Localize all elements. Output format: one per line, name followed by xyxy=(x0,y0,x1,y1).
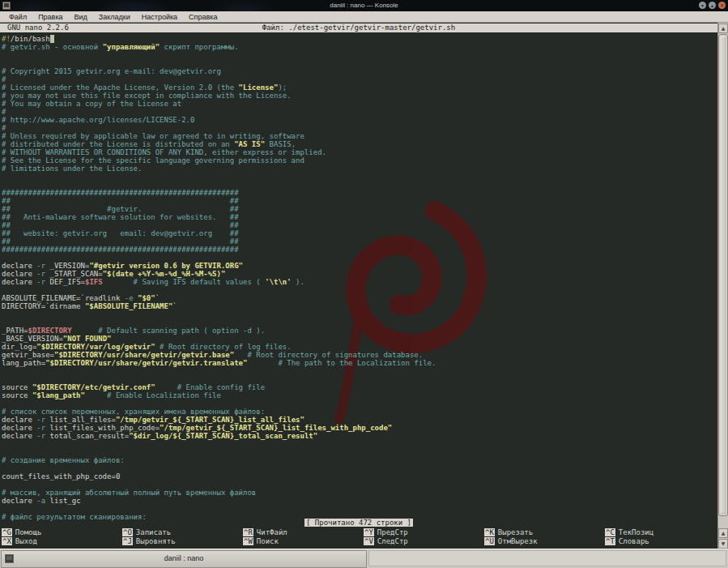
code-line xyxy=(2,375,436,383)
menu-item[interactable]: Справка xyxy=(184,13,224,21)
shortcut[interactable]: ^TСловарь xyxy=(605,537,726,546)
window-titlebar[interactable]: daniil : nano — Konsole ▾ ▴ ✕ xyxy=(0,0,728,11)
shortcut[interactable]: ^VСледСтр xyxy=(364,537,484,546)
code-line: source "$DIRECTORY/etc/getvir.conf" # En… xyxy=(2,383,436,391)
shortcut-key: ^K xyxy=(484,528,495,536)
scroll-up2-icon[interactable]: ▲ xyxy=(718,528,728,538)
code-line: declare -r list_all_files="/tmp/getvir_$… xyxy=(2,416,436,424)
shortcut-row: ^XВыход^JВыровнять^WПоиск^VСледСтр^UОтмВ… xyxy=(2,537,728,546)
code-line xyxy=(2,59,436,67)
nano-status-message: [ Прочитано 472 строки ] xyxy=(304,519,413,527)
shortcut-key: ^R xyxy=(243,528,253,536)
shortcut[interactable]: ^RЧитФайл xyxy=(243,528,364,537)
shortcut[interactable]: ^WПоиск xyxy=(243,537,364,546)
code-line: # создание временных файлов: xyxy=(2,456,436,464)
nano-titlebar: GNU nano 2.2.6 Файл: ./etest-getvir/getv… xyxy=(0,23,717,32)
shortcut-label: СледСтр xyxy=(377,537,408,545)
scrollbar[interactable]: ▲ ▲ ▼ xyxy=(717,23,728,549)
taskbar-task-button[interactable]: daniil : nano xyxy=(1,550,367,568)
code-line: ## ## xyxy=(2,221,436,229)
shortcut-label: Вырезать xyxy=(498,528,533,536)
shortcut[interactable]: ^JВыровнять xyxy=(122,537,243,546)
code-line xyxy=(2,254,436,262)
shortcut[interactable]: ^OЗаписать xyxy=(122,528,243,537)
shortcut-label: ТекПозиц xyxy=(619,528,653,536)
code-line: ## ## xyxy=(2,197,436,205)
shortcut-key: ^C xyxy=(605,528,615,536)
shortcut-key: ^O xyxy=(122,528,133,536)
menu-item[interactable]: Правка xyxy=(33,13,69,21)
shortcut-label: Помощь xyxy=(15,528,42,536)
code-line: # limitations under the License. xyxy=(2,164,436,173)
code-line: declare -r DEF_IFS=$IFS # Saving IFS def… xyxy=(2,278,436,286)
shortcut-label: ПредСтр xyxy=(377,528,408,536)
code-line: declare -a list_gc xyxy=(2,497,436,505)
scroll-up-icon[interactable]: ▲ xyxy=(718,23,728,33)
code-line: getvir_base="$DIRECTORY/usr/share/getvir… xyxy=(2,351,436,359)
code-line: declare -r total_scan_result="$dir_log/$… xyxy=(2,432,436,440)
scroll-down-icon[interactable]: ▼ xyxy=(718,539,728,549)
shortcut[interactable]: ^CТекПозиц xyxy=(605,528,726,537)
code-line xyxy=(2,464,436,472)
window-buttons: ▾ ▴ ✕ xyxy=(699,2,726,9)
code-line: # список список переменных, хранящих име… xyxy=(2,408,436,416)
code-line xyxy=(2,399,436,408)
code-line: # You may obtain a copy of the License a… xyxy=(2,100,436,108)
shortcut[interactable]: ^YПредСтр xyxy=(364,528,484,537)
code-line: declare -r _START_SCAN="$(date +%Y-%m-%d… xyxy=(2,270,436,278)
code-line: ########################################… xyxy=(2,189,436,197)
code-line: # xyxy=(2,75,436,83)
shortcut-key: ^V xyxy=(364,537,374,545)
code-line xyxy=(2,181,436,189)
nano-filename: Файл: ./etest-getvir/getvir-master/getvi… xyxy=(0,23,717,32)
code-line xyxy=(2,480,436,489)
shortcut[interactable]: ^UОтмВырезк xyxy=(484,537,605,546)
code-line: source "$lang_path" # Enable Localizatio… xyxy=(2,391,436,399)
code-line: # you may not use this file except in co… xyxy=(2,92,436,100)
shortcut-label: Записать xyxy=(136,528,171,536)
shortcut-key: ^Y xyxy=(364,528,374,536)
code-line: # xyxy=(2,124,436,132)
shortcut-label: Выход xyxy=(15,537,37,545)
shortcut-key: ^T xyxy=(605,537,615,545)
shortcut-key: ^U xyxy=(484,537,495,545)
nano-shortcuts: ^GПомощь^OЗаписать^RЧитФайл^YПредСтр^KВы… xyxy=(2,528,728,546)
code-line xyxy=(2,367,436,375)
menu-item[interactable]: Настройка xyxy=(137,13,184,21)
code-line: ## #getvir. ## xyxy=(2,205,436,213)
scrollbar-thumb[interactable] xyxy=(718,34,728,516)
shortcut[interactable]: ^KВырезать xyxy=(484,528,605,537)
code-line: ## ## xyxy=(2,237,436,246)
minimize-icon[interactable]: ▾ xyxy=(699,2,706,9)
code-line: # getvir.sh - основной "управляющий" скр… xyxy=(2,43,436,51)
code-line: count_files_with_php_code=0 xyxy=(2,472,436,480)
shortcut[interactable]: ^GПомощь xyxy=(2,528,122,537)
task-label: daniil : nano xyxy=(2,551,366,566)
code-line: # distributed under the License is distr… xyxy=(2,140,436,148)
code-line: ########################################… xyxy=(2,246,436,254)
code-line: _BASE_VERSION="NOT FOUND" xyxy=(2,335,436,343)
menu-item[interactable]: Закладки xyxy=(94,13,137,21)
close-icon[interactable]: ✕ xyxy=(718,2,726,9)
code-line xyxy=(2,505,436,513)
shortcut[interactable]: ^XВыход xyxy=(2,537,122,546)
maximize-icon[interactable]: ▴ xyxy=(709,2,716,9)
nano-statusbar: [ Прочитано 472 строки ] xyxy=(0,519,717,527)
text-cursor xyxy=(50,35,54,43)
code-line: # xyxy=(2,108,436,116)
terminal[interactable]: GNU nano 2.2.6 Файл: ./etest-getvir/getv… xyxy=(0,23,728,549)
code-line xyxy=(2,318,436,327)
shortcut-row: ^GПомощь^OЗаписать^RЧитФайл^YПредСтр^KВы… xyxy=(2,528,728,537)
code-area[interactable]: #!/bin/bash # getvir.sh - основной "упра… xyxy=(2,35,436,521)
code-line: # See the License for the specific langu… xyxy=(2,156,436,164)
code-line: ## website: getvir.org email: dev@getvir… xyxy=(2,229,436,237)
code-line: # Unless required by applicable law or a… xyxy=(2,132,436,140)
window-title: daniil : nano — Konsole xyxy=(0,0,728,11)
menu-item[interactable]: Файл xyxy=(4,13,33,21)
code-line xyxy=(2,448,436,456)
shortcut-key: ^G xyxy=(2,528,12,536)
code-line xyxy=(2,51,436,59)
menu-bar: ФайлПравкаВидЗакладкиНастройкаСправка xyxy=(0,11,728,23)
shortcut-label: ЧитФайл xyxy=(257,528,287,536)
menu-item[interactable]: Вид xyxy=(70,13,94,21)
